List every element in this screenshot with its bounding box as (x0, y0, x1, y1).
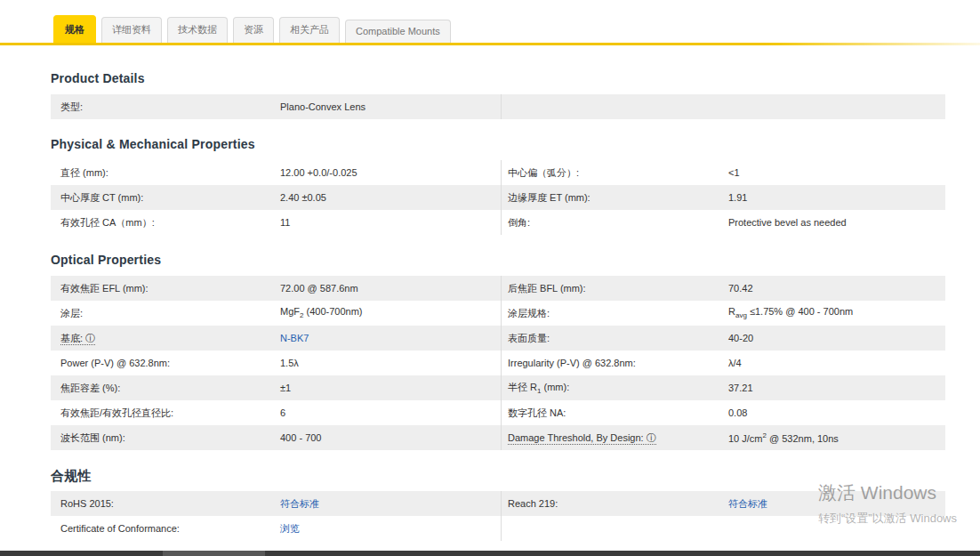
spec-value: 72.00 @ 587.6nm (280, 283, 358, 294)
spec-label: 直径 (mm): (60, 167, 108, 178)
spec-pair: 有效孔径 CA（mm）:11 (51, 210, 501, 235)
spec-table: 类型:Plano-Convex Lens (51, 94, 945, 119)
tab-underline (0, 43, 980, 45)
spec-pair: 有效焦距/有效孔径直径比:6 (51, 400, 501, 425)
section-title-physical-mechanical: Physical & Mechanical Properties (51, 137, 945, 152)
spec-pair: 涂层:MgF2 (400-700nm) (51, 301, 501, 326)
tab-related-products[interactable]: 相关产品 (279, 17, 340, 43)
spec-value: 6 (280, 407, 285, 418)
spec-label: 后焦距 BFL (mm): (508, 283, 586, 294)
spec-value: 1.5λ (280, 358, 299, 368)
spec-pair: 中心厚度 CT (mm):2.40 ±0.05 (51, 185, 501, 210)
spec-label: Reach 219: (508, 498, 558, 509)
spec-label: 焦距容差 (%): (60, 383, 120, 393)
spec-pair: 数字孔径 NA:0.08 (501, 400, 945, 425)
spec-label: 波长范围 (nm): (60, 432, 125, 443)
spec-pair: 波长范围 (nm):400 - 700 (51, 425, 501, 450)
tab-details[interactable]: 详细资料 (101, 17, 162, 43)
tab-bar: 规格详细资料技术数据资源相关产品Compatible Mounts (0, 0, 980, 45)
spec-label: RoHS 2015: (60, 498, 114, 509)
spec-pair: 半径 R1 (mm):37.21 (501, 375, 945, 400)
spec-pair: 类型:Plano-Convex Lens (51, 94, 501, 119)
spec-label: 中心偏（弧分）: (508, 167, 579, 178)
tab-compatible-mounts[interactable]: Compatible Mounts (345, 20, 451, 43)
horizontal-scrollbar-thumb[interactable] (163, 551, 265, 556)
section-title-compliance: 合规性 (51, 468, 945, 483)
spec-label: 倒角: (508, 217, 530, 228)
spec-pair: 涂层规格:Ravg ≤1.75% @ 400 - 700nm (501, 301, 945, 326)
spec-label: Power (P-V) @ 632.8nm: (60, 358, 170, 368)
substrate-link[interactable]: N-BK7 (280, 333, 309, 343)
spec-value: 1.91 (728, 192, 747, 203)
section-optical: Optical Properties有效焦距 EFL (mm):72.00 @ … (51, 253, 945, 450)
spec-row: 有效孔径 CA（mm）:11倒角:Protective bevel as nee… (51, 210, 945, 235)
spec-pair: 倒角:Protective bevel as needed (501, 210, 945, 235)
tab-resources[interactable]: 资源 (233, 17, 274, 43)
spec-pair: Damage Threshold, By Design:ⓘ10 J/cm2 @ … (501, 425, 945, 450)
spec-row: 涂层:MgF2 (400-700nm)涂层规格:Ravg ≤1.75% @ 40… (51, 301, 945, 326)
spec-pair: Reach 219:符合标准 (501, 491, 945, 516)
spec-row: Power (P-V) @ 632.8nm:1.5λIrregularity (… (51, 351, 945, 375)
certificate-browse-link[interactable]: 浏览 (280, 523, 300, 534)
spec-pair: 基底:ⓘN-BK7 (51, 326, 501, 351)
spec-value: λ/4 (728, 358, 742, 368)
spec-label: 涂层规格: (508, 308, 550, 318)
spec-label: Certificate of Conformance: (60, 523, 180, 534)
spec-pair: 后焦距 BFL (mm):70.42 (501, 276, 945, 301)
spec-row: RoHS 2015:符合标准Reach 219:符合标准 (51, 491, 945, 516)
section-compliance: 合规性RoHS 2015:符合标准Reach 219:符合标准Certifica… (51, 468, 945, 541)
spec-row: 中心厚度 CT (mm):2.40 ±0.05边缘厚度 ET (mm):1.91 (51, 185, 945, 210)
spec-label: 涂层: (60, 308, 83, 318)
section-title-optical: Optical Properties (51, 253, 945, 268)
spec-value: 2.40 ±0.05 (280, 192, 326, 203)
spec-label: Damage Threshold, By Design:ⓘ (508, 432, 656, 445)
section-title-product-details: Product Details (51, 71, 945, 86)
spec-value: ±1 (280, 383, 291, 393)
horizontal-scrollbar[interactable] (0, 551, 980, 556)
section-physical-mechanical: Physical & Mechanical Properties直径 (mm):… (51, 137, 945, 235)
spec-pair (501, 94, 945, 119)
spec-table: RoHS 2015:符合标准Reach 219:符合标准Certificate … (51, 491, 945, 541)
spec-table: 有效焦距 EFL (mm):72.00 @ 587.6nm后焦距 BFL (mm… (51, 276, 945, 450)
spec-value: 37.21 (728, 383, 753, 393)
spec-row: 直径 (mm):12.00 +0.0/-0.025中心偏（弧分）:<1 (51, 160, 945, 185)
rohs-compliant-link[interactable]: 符合标准 (280, 498, 319, 509)
spec-table: 直径 (mm):12.00 +0.0/-0.025中心偏（弧分）:<1中心厚度 … (51, 160, 945, 235)
spec-label: 半径 R1 (mm): (508, 382, 569, 392)
spec-pair: Power (P-V) @ 632.8nm:1.5λ (51, 351, 501, 375)
spec-value: 40-20 (728, 333, 753, 343)
spec-label: 中心厚度 CT (mm): (60, 192, 143, 203)
spec-label: 表面质量: (508, 333, 550, 343)
spec-row: 类型:Plano-Convex Lens (51, 94, 945, 119)
spec-value: 70.42 (728, 283, 753, 294)
info-icon[interactable]: ⓘ (85, 333, 95, 343)
spec-label: 有效焦距/有效孔径直径比: (60, 407, 173, 418)
spec-pair: Certificate of Conformance:浏览 (51, 516, 501, 541)
spec-label: Irregularity (P-V) @ 632.8nm: (508, 358, 636, 368)
spec-label: 类型: (60, 101, 83, 112)
spec-label: 有效孔径 CA（mm）: (60, 217, 155, 228)
spec-pair (501, 516, 945, 541)
spec-value: 0.08 (728, 407, 747, 418)
reach-compliant-link[interactable]: 符合标准 (728, 498, 767, 509)
spec-value: Ravg ≤1.75% @ 400 - 700nm (728, 306, 853, 317)
spec-value: MgF2 (400-700nm) (280, 306, 363, 317)
spec-row: 有效焦距/有效孔径直径比:6数字孔径 NA:0.08 (51, 400, 945, 425)
spec-pair: 焦距容差 (%):±1 (51, 375, 501, 400)
section-product-details: Product Details类型:Plano-Convex Lens (51, 71, 945, 119)
tab-specs[interactable]: 规格 (53, 15, 96, 43)
spec-pair: 边缘厚度 ET (mm):1.91 (501, 185, 945, 210)
spec-value: 12.00 +0.0/-0.025 (280, 167, 357, 178)
spec-row: 有效焦距 EFL (mm):72.00 @ 587.6nm后焦距 BFL (mm… (51, 276, 945, 301)
spec-row: 波长范围 (nm):400 - 700Damage Threshold, By … (51, 425, 945, 450)
tab-bar-tabs: 规格详细资料技术数据资源相关产品Compatible Mounts (53, 15, 451, 43)
spec-pair: 中心偏（弧分）:<1 (501, 160, 945, 185)
spec-value: <1 (728, 167, 740, 178)
spec-sections: Product Details类型:Plano-Convex LensPhysi… (51, 71, 945, 541)
tab-technical-data[interactable]: 技术数据 (167, 17, 228, 43)
info-icon[interactable]: ⓘ (647, 432, 656, 443)
spec-pair: Irregularity (P-V) @ 632.8nm:λ/4 (501, 351, 945, 375)
spec-value: Plano-Convex Lens (280, 101, 365, 112)
spec-row: 基底:ⓘN-BK7表面质量:40-20 (51, 326, 945, 351)
spec-value: 400 - 700 (280, 432, 321, 443)
